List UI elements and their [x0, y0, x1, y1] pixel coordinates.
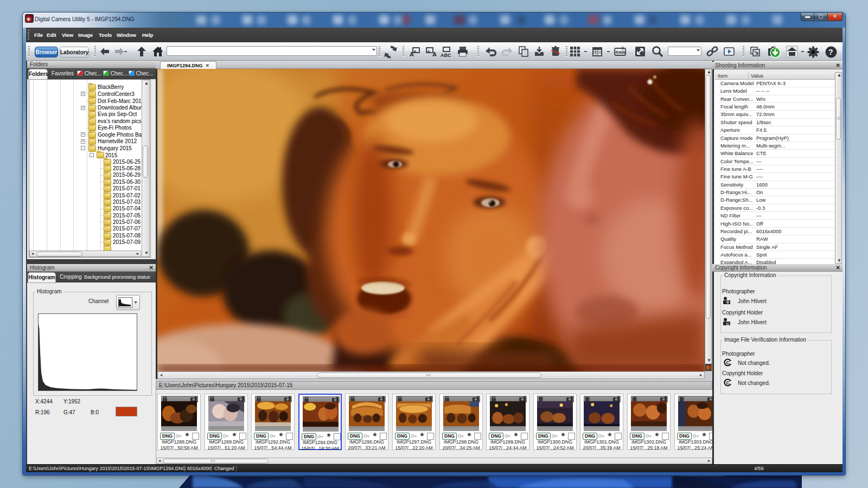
svg-text:A: A	[410, 51, 414, 57]
svg-text:ABC: ABC	[441, 53, 451, 58]
svg-text:C: C	[726, 360, 730, 365]
svg-text:?: ?	[828, 48, 833, 56]
svg-text:C: C	[726, 322, 730, 326]
svg-text:A: A	[432, 51, 437, 57]
svg-text:RAW: RAW	[615, 50, 626, 55]
svg-text:C: C	[726, 380, 730, 386]
